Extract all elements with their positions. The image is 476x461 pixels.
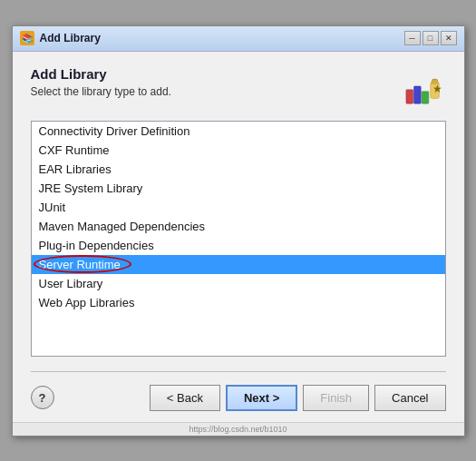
watermark: https://blog.csdn.net/b1010 bbox=[13, 422, 464, 436]
svg-rect-1 bbox=[413, 86, 421, 103]
list-item[interactable]: JUnit bbox=[32, 198, 445, 217]
circle-annotation bbox=[34, 255, 131, 273]
button-row: ? < Back Next > Finish Cancel bbox=[31, 381, 446, 411]
list-item[interactable]: CXF Runtime bbox=[32, 141, 445, 160]
header-section: Add Library Select the library type to a… bbox=[31, 66, 446, 108]
help-button[interactable]: ? bbox=[31, 386, 54, 409]
list-item[interactable]: Maven Managed Dependencies bbox=[32, 217, 445, 236]
header-icon: ★ bbox=[404, 66, 446, 108]
list-item[interactable]: Web App Libraries bbox=[32, 293, 445, 312]
add-library-dialog: 📚 Add Library ─ □ ✕ Add Library Select t… bbox=[12, 25, 465, 436]
header-text: Add Library Select the library type to a… bbox=[31, 66, 171, 98]
svg-text:★: ★ bbox=[432, 82, 442, 94]
svg-rect-2 bbox=[422, 91, 429, 103]
page-title: Add Library bbox=[31, 66, 171, 82]
back-button[interactable]: < Back bbox=[150, 385, 220, 411]
list-item[interactable]: User Library bbox=[32, 274, 445, 293]
finish-button[interactable]: Finish bbox=[303, 385, 369, 411]
svg-rect-0 bbox=[405, 89, 413, 103]
page-subtitle: Select the library type to add. bbox=[31, 85, 171, 98]
title-controls: ─ □ ✕ bbox=[404, 31, 457, 45]
minimize-button[interactable]: ─ bbox=[404, 31, 421, 45]
list-item[interactable]: Connectivity Driver Definition bbox=[32, 122, 445, 141]
separator bbox=[31, 371, 446, 372]
title-bar-left: 📚 Add Library bbox=[20, 31, 101, 45]
list-item[interactable]: Server Runtime bbox=[32, 255, 445, 274]
next-button[interactable]: Next > bbox=[226, 385, 297, 411]
navigation-buttons: < Back Next > Finish Cancel bbox=[150, 385, 446, 411]
list-item[interactable]: JRE System Library bbox=[32, 179, 445, 198]
library-icon-svg: ★ bbox=[404, 64, 446, 108]
window-title: Add Library bbox=[40, 32, 101, 44]
title-bar: 📚 Add Library ─ □ ✕ bbox=[13, 26, 464, 52]
maximize-button[interactable]: □ bbox=[423, 31, 439, 45]
content-area: Add Library Select the library type to a… bbox=[13, 52, 464, 422]
list-item[interactable]: Plug-in Dependencies bbox=[32, 236, 445, 255]
library-list[interactable]: Connectivity Driver DefinitionCXF Runtim… bbox=[31, 121, 446, 357]
list-item[interactable]: EAR Libraries bbox=[32, 160, 445, 179]
window-icon: 📚 bbox=[20, 31, 34, 45]
close-button[interactable]: ✕ bbox=[441, 31, 457, 45]
cancel-button[interactable]: Cancel bbox=[374, 385, 445, 411]
